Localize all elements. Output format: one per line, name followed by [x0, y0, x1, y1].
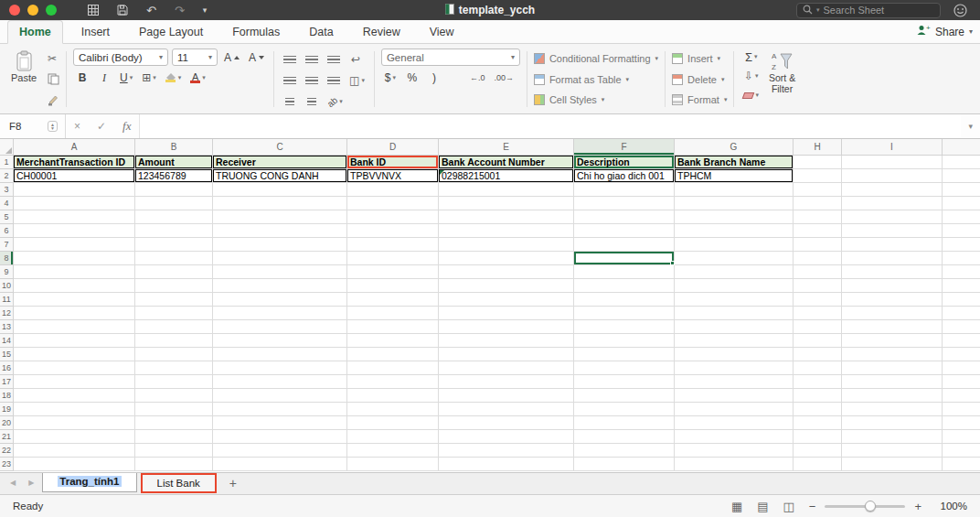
- cell-B2[interactable]: 123456789: [135, 169, 213, 183]
- cell-C9[interactable]: [213, 265, 347, 279]
- cell-E15[interactable]: [439, 348, 574, 361]
- bold-button[interactable]: B: [73, 70, 91, 86]
- cell-F12[interactable]: [574, 307, 675, 320]
- row-header-8[interactable]: 8: [0, 252, 14, 265]
- cell-G7[interactable]: [675, 238, 794, 252]
- cell-H14[interactable]: [794, 334, 842, 348]
- cell-E6[interactable]: [439, 224, 574, 238]
- cell-I3[interactable]: [842, 183, 943, 197]
- cell-D4[interactable]: [347, 197, 439, 210]
- align-center-button[interactable]: [303, 72, 321, 89]
- cell-C1[interactable]: Receiver: [213, 156, 347, 169]
- align-middle-button[interactable]: [303, 51, 321, 68]
- cell-C21[interactable]: [213, 430, 347, 444]
- cell-D7[interactable]: [347, 238, 439, 252]
- zoom-slider-thumb[interactable]: [865, 501, 876, 512]
- cell-B21[interactable]: [135, 430, 213, 444]
- fill-handle[interactable]: [670, 261, 675, 265]
- cell-E17[interactable]: [439, 375, 574, 389]
- cell-F16[interactable]: [574, 361, 675, 375]
- cell-A17[interactable]: [14, 375, 135, 389]
- cell-F19[interactable]: [574, 403, 675, 416]
- page-layout-view-icon[interactable]: ▤: [757, 500, 768, 513]
- insert-function-button[interactable]: fx: [114, 119, 139, 134]
- cell-E7[interactable]: [439, 238, 574, 252]
- cell-H11[interactable]: [794, 293, 842, 307]
- cell-C2[interactable]: TRUONG CONG DANH: [213, 169, 347, 183]
- wrap-text-button[interactable]: ↩: [346, 51, 365, 68]
- cell-E21[interactable]: [439, 430, 574, 444]
- increase-decimal-button[interactable]: ←.0: [467, 70, 488, 86]
- cell-G22[interactable]: [675, 444, 794, 458]
- cell-C12[interactable]: [213, 307, 347, 320]
- search-scope-chevron[interactable]: ▾: [816, 6, 820, 14]
- cell-B14[interactable]: [135, 334, 213, 348]
- cell-A4[interactable]: [14, 197, 135, 210]
- formula-bar-expand-chevron[interactable]: ▾: [961, 122, 980, 131]
- cell-A9[interactable]: [14, 265, 135, 279]
- cell-E14[interactable]: [439, 334, 574, 348]
- cell-H3[interactable]: [794, 183, 842, 197]
- cell-C20[interactable]: [213, 416, 347, 430]
- cell-H7[interactable]: [794, 238, 842, 252]
- cell-D19[interactable]: [347, 403, 439, 416]
- format-as-table-button[interactable]: Format as Table ▾: [534, 71, 658, 88]
- text-orientation-button[interactable]: ab▾: [325, 93, 346, 110]
- cell-I5[interactable]: [842, 210, 943, 224]
- cell-E22[interactable]: [439, 444, 574, 458]
- cell-A14[interactable]: [14, 334, 135, 348]
- insert-cells-button[interactable]: Insert ▾: [672, 50, 727, 67]
- align-right-button[interactable]: [325, 72, 343, 89]
- align-left-button[interactable]: [281, 72, 299, 89]
- cell-G21[interactable]: [675, 430, 794, 444]
- cell-A18[interactable]: [14, 389, 135, 403]
- cell-H8[interactable]: [794, 252, 842, 265]
- cell-A3[interactable]: [14, 183, 135, 197]
- cell-I11[interactable]: [842, 293, 943, 307]
- cell-D6[interactable]: [347, 224, 439, 238]
- row-header-9[interactable]: 9: [0, 265, 14, 279]
- cell-D9[interactable]: [347, 265, 439, 279]
- cell-A19[interactable]: [14, 403, 135, 416]
- cell-H9[interactable]: [794, 265, 842, 279]
- cell-B6[interactable]: [135, 224, 213, 238]
- cell-G1[interactable]: Bank Branch Name: [675, 156, 794, 169]
- cell-E13[interactable]: [439, 320, 574, 334]
- cell-A23[interactable]: [14, 458, 135, 471]
- cell-A7[interactable]: [14, 238, 135, 252]
- cut-button[interactable]: ✂: [48, 51, 59, 66]
- row-header-3[interactable]: 3: [0, 183, 14, 197]
- tab-view[interactable]: View: [419, 21, 465, 43]
- feedback-smiley-icon[interactable]: [953, 4, 967, 17]
- search-box[interactable]: ▾ Search Sheet: [796, 3, 941, 18]
- cell-E8[interactable]: [439, 252, 574, 265]
- cell-B5[interactable]: [135, 210, 213, 224]
- cell-F13[interactable]: [574, 320, 675, 334]
- align-top-button[interactable]: [281, 51, 299, 68]
- cell-I19[interactable]: [842, 403, 943, 416]
- cell-B13[interactable]: [135, 320, 213, 334]
- accounting-format-button[interactable]: ): [425, 70, 443, 86]
- cell-F15[interactable]: [574, 348, 675, 361]
- column-header-E[interactable]: E: [439, 139, 574, 156]
- tab-review[interactable]: Review: [352, 21, 411, 43]
- cell-H22[interactable]: [794, 444, 842, 458]
- cell-D18[interactable]: [347, 389, 439, 403]
- row-header-2[interactable]: 2: [0, 169, 14, 183]
- cell-D23[interactable]: [347, 458, 439, 471]
- cell-I9[interactable]: [842, 265, 943, 279]
- row-header-12[interactable]: 12: [0, 307, 14, 320]
- cell-I13[interactable]: [842, 320, 943, 334]
- cell-E11[interactable]: [439, 293, 574, 307]
- autosum-button[interactable]: Σ▾: [740, 48, 762, 65]
- cell-H12[interactable]: [794, 307, 842, 320]
- redo-button[interactable]: ↷: [175, 5, 185, 16]
- cell-A1[interactable]: MerchantTransaction ID: [14, 156, 135, 169]
- decrease-decimal-button[interactable]: .00→: [491, 70, 517, 86]
- cell-H18[interactable]: [794, 389, 842, 403]
- row-header-11[interactable]: 11: [0, 293, 14, 307]
- cell-B22[interactable]: [135, 444, 213, 458]
- cell-G12[interactable]: [675, 307, 794, 320]
- cell-G14[interactable]: [675, 334, 794, 348]
- cell-H21[interactable]: [794, 430, 842, 444]
